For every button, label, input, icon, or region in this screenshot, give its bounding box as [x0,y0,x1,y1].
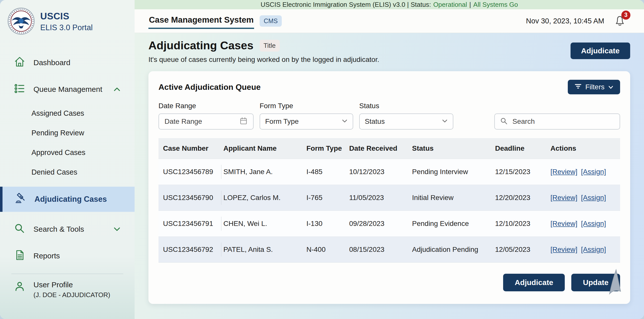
cell-case-number: USC123456789 [158,165,221,179]
sidebar: USCIS ELIS 3.0 Portal Dashboard [0,0,135,319]
cell-deadline: 12/20/2023 [493,194,548,202]
table-row: USC123456792 PATEL, Anita S. N-400 08/15… [158,236,620,262]
tab-case-management-system[interactable]: Case Management System [148,13,254,29]
form-type-select[interactable]: Form Type [260,113,353,130]
cell-status: Pending Interview [410,168,493,176]
sidebar-item-label: Adjudicating Cases [34,195,107,204]
app-window: USCIS ELIS 3.0 Portal Dashboard [0,0,644,319]
user-profile-label: User Profile [33,281,110,289]
chevron-down-icon [442,119,448,124]
cell-applicant: SMITH, Jane A. [221,168,304,176]
notifications-button[interactable]: 3 [613,14,626,28]
col-date-received: Date Received [347,144,410,152]
sidebar-subitem-denied-cases[interactable]: Denied Cases [0,165,135,179]
page-subtitle: It's queue of cases currently being work… [148,56,379,64]
user-icon [14,281,25,299]
gavel-icon [14,192,26,207]
sidebar-subitem-assigned-cases[interactable]: Assigned Cases [0,106,135,120]
cell-date-received: 09/28/2023 [347,220,410,228]
sidebar-item-label: Search & Tools [33,225,84,233]
search-icon [500,117,508,126]
table-row: USC123456790 LOPEZ, Carlos M. I-765 11/0… [158,185,620,211]
search-box[interactable] [494,113,620,130]
content-area: Adjudicating Cases Title It's queue of c… [135,33,644,319]
status-operational: Operational [433,1,467,9]
cell-deadline: 12/05/2023 [493,246,548,254]
cell-form-type: I-485 [304,168,347,176]
sidebar-item-search-tools[interactable]: Search & Tools [0,221,135,237]
cell-form-type: N-400 [304,246,347,254]
date-range-input[interactable] [158,113,254,130]
datetime-display: Nov 30, 2023, 10:45 AM [526,17,604,25]
table-header-row: Case Number Applicant Name Form Type Dat… [158,138,620,159]
assign-link[interactable]: [Assign] [581,168,606,176]
sidebar-subitem-pending-review[interactable]: Pending Review [0,126,135,140]
page-title: Adjudicating Cases [148,39,254,52]
cell-applicant: LOPEZ, Carlos M. [221,194,304,202]
search-input[interactable] [512,117,615,126]
sidebar-item-label: Queue Management [33,85,102,94]
cell-case-number: USC123456792 [158,243,221,257]
cell-date-received: 11/05/2023 [347,194,410,202]
sidebar-divider [11,274,123,274]
chevron-down-icon [342,119,348,124]
cases-table: Case Number Applicant Name Form Type Dat… [158,138,620,263]
assign-link[interactable]: [Assign] [581,194,606,202]
system-status-banner: USCIS Electronic Immigration System (ELI… [135,0,644,9]
sidebar-item-reports[interactable]: Reports [0,248,135,264]
user-profile-role: (J. DOE - ADJUDICATOR) [33,291,110,299]
queue-list-icon [14,83,25,96]
update-button[interactable]: Update [571,274,620,291]
status-all-systems-go: All Systems Go [473,1,518,9]
sidebar-item-adjudicating-cases[interactable]: Adjudicating Cases [0,187,135,212]
col-form-type: Form Type [304,144,347,152]
cell-form-type: I-130 [304,220,347,228]
cell-form-type: I-765 [304,194,347,202]
status-selected-value: Status [365,117,442,126]
form-type-selected-value: Form Type [265,117,342,126]
sidebar-subitem-approved-cases[interactable]: Approved Cases [0,145,135,160]
assign-link[interactable]: [Assign] [581,246,606,254]
col-case-number: Case Number [158,144,221,152]
review-link[interactable]: [Review] [550,194,577,202]
cell-case-number: USC123456791 [158,217,221,231]
sidebar-item-queue-management[interactable]: Queue Management [0,81,135,98]
adjudicate-button-top[interactable]: Adjudicate [571,43,630,59]
calendar-icon[interactable] [239,116,248,127]
review-link[interactable]: [Review] [550,220,577,228]
col-applicant-name: Applicant Name [221,144,304,152]
sidebar-subitem-label: Assigned Cases [31,109,84,117]
filters-button-label: Filters [585,83,605,91]
brand-org: USCIS [40,11,93,22]
topbar: Case Management System CMS Nov 30, 2023,… [135,9,644,33]
brand-block: USCIS ELIS 3.0 Portal [0,0,135,36]
cell-deadline: 12/15/2023 [493,168,548,176]
banner-divider: | [469,1,471,9]
review-link[interactable]: [Review] [550,246,577,254]
sidebar-subitem-label: Pending Review [31,129,84,137]
sidebar-subitem-label: Denied Cases [31,168,77,176]
adjudicate-button-footer[interactable]: Adjudicate [503,274,565,291]
brand-portal: ELIS 3.0 Portal [40,23,93,32]
chevron-up-icon [113,87,121,92]
col-status: Status [410,144,493,152]
sidebar-nav: Dashboard Queue Management Assigned [0,44,135,299]
sidebar-item-dashboard[interactable]: Dashboard [0,54,135,71]
status-select[interactable]: Status [359,113,453,130]
cms-badge: CMS [260,15,282,27]
review-link[interactable]: [Review] [550,168,577,176]
assign-link[interactable]: [Assign] [581,220,606,228]
date-range-label: Date Range [158,102,254,110]
cell-date-received: 10/12/2023 [347,168,410,176]
filters-button[interactable]: Filters [568,80,620,94]
cell-deadline: 12/10/2023 [493,220,548,228]
notification-count-badge: 3 [621,11,630,20]
banner-text: USCIS Electronic Immigration System (ELI… [261,1,431,9]
sidebar-item-label: Dashboard [33,58,70,67]
table-row: USC123456789 SMITH, Jane A. I-485 10/12/… [158,159,620,185]
date-range-input-field[interactable] [164,117,239,126]
sidebar-item-label: Reports [33,252,60,260]
sidebar-item-user-profile[interactable]: User Profile (J. DOE - ADJUDICATOR) [0,281,135,299]
active-adjudication-queue-card: Active Adjudication Queue Filters [148,71,630,304]
title-badge: Title [260,40,280,52]
